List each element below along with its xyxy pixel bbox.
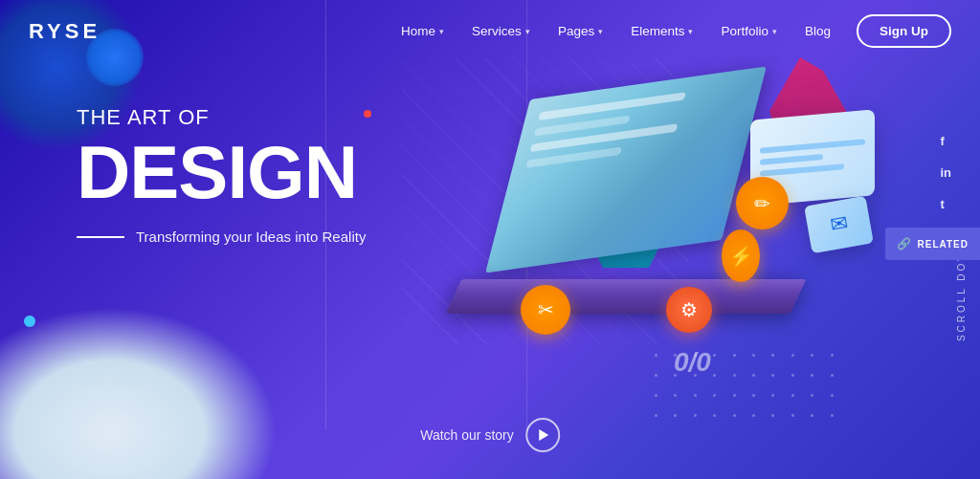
- chevron-down-icon: ▾: [772, 27, 777, 36]
- ui-bar: [760, 154, 823, 165]
- grid-dot: [674, 374, 677, 377]
- float-lightning-icon: ⚡: [722, 229, 760, 282]
- settings-icon: ⚙: [680, 298, 698, 321]
- grid-dot: [694, 394, 697, 397]
- grid-dot: [811, 354, 813, 357]
- grid-dot: [694, 414, 697, 417]
- grid-dot: [655, 414, 657, 417]
- divider-line: [77, 236, 124, 238]
- link-icon: 🔗: [897, 237, 912, 250]
- nav-item-portfolio[interactable]: Portfolio ▾: [709, 16, 789, 46]
- float-pencil-icon: ✏: [736, 177, 789, 229]
- grid-dot: [694, 374, 697, 377]
- chevron-down-icon: ▾: [688, 27, 693, 36]
- grid-dot: [733, 374, 736, 377]
- nav-links: Home ▾ Services ▾ Pages ▾ Elements ▾ Por…: [390, 14, 951, 48]
- grid-dot: [733, 354, 736, 357]
- grid-dot: [713, 374, 716, 377]
- grid-dot: [674, 414, 677, 417]
- signup-button[interactable]: Sign Up: [857, 14, 951, 48]
- social-sidebar: f in t: [940, 134, 951, 211]
- grid-dot: [811, 394, 813, 397]
- hero-subtitle: THE ART OF: [77, 105, 459, 130]
- grid-dot: [771, 414, 774, 417]
- twitter-icon[interactable]: t: [940, 197, 951, 211]
- related-label: RELATED: [918, 239, 969, 250]
- grid-dot: [791, 374, 794, 377]
- grid-dot: [831, 374, 834, 377]
- facebook-icon[interactable]: f: [940, 134, 951, 148]
- hero-tagline: Transforming your Ideas into Reality: [136, 229, 366, 245]
- grid-dot: [655, 374, 657, 377]
- pencil-icon: ✏: [754, 192, 770, 215]
- hero-content: THE ART OF DESIGN Transforming your Idea…: [77, 105, 459, 245]
- grid-dot: [771, 354, 774, 357]
- hero-divider: Transforming your Ideas into Reality: [77, 229, 459, 245]
- logo-text: RYSE: [29, 19, 100, 43]
- grid-dot: [752, 374, 755, 377]
- chevron-down-icon: ▾: [525, 27, 530, 36]
- grid-dot: [791, 414, 794, 417]
- scissors-icon: ✂: [538, 298, 554, 321]
- watch-story[interactable]: Watch our story: [420, 418, 560, 452]
- envelope-icon: ✉: [828, 211, 849, 239]
- grid-dot: [733, 414, 736, 417]
- hero-title: DESIGN: [77, 135, 459, 209]
- grid-dot: [713, 414, 716, 417]
- lightning-icon: ⚡: [729, 245, 753, 268]
- nav-item-elements[interactable]: Elements ▾: [619, 16, 704, 46]
- nav-item-pages[interactable]: Pages ▾: [546, 16, 614, 46]
- grid-dot: [713, 394, 716, 397]
- grid-dot: [752, 354, 755, 357]
- nav-item-home[interactable]: Home ▾: [390, 16, 456, 46]
- nav-item-services[interactable]: Services ▾: [460, 16, 542, 46]
- watch-story-label: Watch our story: [420, 427, 514, 443]
- grid-dot: [811, 414, 813, 417]
- logo[interactable]: RYSE: [29, 19, 100, 44]
- grid-dot: [674, 394, 677, 397]
- grid-dot: [655, 394, 657, 397]
- ui-bar: [760, 139, 865, 154]
- grid-dot: [674, 354, 677, 357]
- grid-dot: [831, 414, 834, 417]
- grid-dot: [771, 374, 774, 377]
- hero-section: RYSE Home ▾ Services ▾ Pages ▾ Elements …: [0, 0, 980, 479]
- ui-bar: [760, 163, 844, 177]
- blob-bottom-left: [0, 307, 278, 479]
- nav-item-blog[interactable]: Blog: [793, 16, 842, 46]
- grid-dot: [752, 414, 755, 417]
- chevron-down-icon: ▾: [439, 27, 444, 36]
- grid-dot: [791, 354, 794, 357]
- grid-dot: [811, 374, 813, 377]
- play-button[interactable]: [525, 418, 560, 452]
- navbar: RYSE Home ▾ Services ▾ Pages ▾ Elements …: [0, 0, 980, 62]
- grid-dot: [733, 394, 736, 397]
- linkedin-icon[interactable]: in: [940, 165, 951, 180]
- screen-bar: [538, 92, 686, 120]
- related-tab[interactable]: 🔗 RELATED: [885, 228, 980, 260]
- chevron-down-icon: ▾: [598, 27, 603, 36]
- laptop-keyboard: [446, 279, 807, 314]
- dot-blue: [24, 316, 35, 327]
- grid-dot: [752, 394, 755, 397]
- grid-dot: [831, 394, 834, 397]
- grid-dots: [655, 354, 846, 430]
- grid-dot: [791, 394, 794, 397]
- grid-dot: [831, 354, 834, 357]
- grid-dot: [694, 354, 697, 357]
- float-settings-icon: ⚙: [666, 287, 712, 333]
- grid-dot: [655, 354, 657, 357]
- grid-dot: [771, 394, 774, 397]
- hero-illustration: ✉ ✏ ⚡ ✂ ⚙ 0/0: [425, 29, 923, 459]
- play-icon: [539, 429, 548, 441]
- float-scissors-icon: ✂: [521, 285, 570, 335]
- grid-dot: [713, 354, 716, 357]
- mail-icon: ✉: [804, 196, 874, 254]
